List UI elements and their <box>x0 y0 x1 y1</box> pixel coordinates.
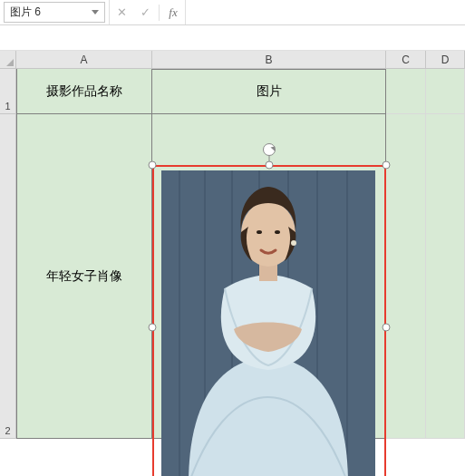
column-label: B <box>265 53 272 66</box>
column-label: D <box>441 53 450 66</box>
column-header-A[interactable]: A <box>16 51 152 69</box>
cell-D1[interactable] <box>426 69 465 114</box>
row-label: 1 <box>5 101 10 112</box>
portrait-image <box>161 170 375 476</box>
resize-handle-mr[interactable] <box>383 324 391 332</box>
cell-B1[interactable]: 图片 <box>152 69 386 114</box>
column-label: A <box>80 53 87 66</box>
cell-value: 图片 <box>257 83 282 100</box>
cell-C2[interactable] <box>386 114 426 439</box>
column-header-D[interactable]: D <box>426 51 465 69</box>
row-headers: 1 2 <box>0 69 16 439</box>
svg-point-10 <box>257 230 262 234</box>
cancel-button[interactable]: ✕ <box>110 0 133 24</box>
name-box[interactable]: 图片 6 <box>4 2 105 23</box>
enter-button[interactable]: ✓ <box>133 0 157 24</box>
name-box-value: 图片 6 <box>10 5 41 20</box>
resize-handle-tm[interactable] <box>266 161 274 170</box>
separator <box>159 5 160 21</box>
row-header-2[interactable]: 2 <box>0 114 16 439</box>
formula-input[interactable] <box>185 0 465 24</box>
insert-function-button[interactable]: fx <box>161 0 185 24</box>
cell-A1[interactable]: 摄影作品名称 <box>16 69 152 114</box>
resize-handle-tl[interactable] <box>149 161 157 170</box>
column-headers: A B C D <box>0 51 465 69</box>
chevron-down-icon[interactable] <box>92 10 99 15</box>
picture-object[interactable] <box>152 165 386 476</box>
spreadsheet-grid: A B C D 1 2 摄影作品名称 图片 年轻女子肖像 <box>0 51 465 475</box>
fx-icon: fx <box>169 5 177 20</box>
row-header-1[interactable]: 1 <box>0 69 16 114</box>
resize-handle-tr[interactable] <box>383 161 391 170</box>
cell-C1[interactable] <box>386 69 426 114</box>
cell-A2[interactable]: 年轻女子肖像 <box>16 114 152 439</box>
row-label: 2 <box>5 425 10 436</box>
column-header-B[interactable]: B <box>152 51 386 69</box>
cell-value: 摄影作品名称 <box>46 83 122 100</box>
table-row: 摄影作品名称 图片 <box>16 69 465 114</box>
cell-value: 年轻女子肖像 <box>46 268 122 285</box>
rotation-handle-icon[interactable] <box>263 143 276 156</box>
ribbon-spacer <box>0 25 465 51</box>
column-label: C <box>402 53 410 66</box>
svg-point-12 <box>291 240 296 246</box>
column-header-C[interactable]: C <box>386 51 426 69</box>
select-all-corner[interactable] <box>0 51 16 69</box>
svg-point-11 <box>275 230 280 234</box>
close-icon: ✕ <box>117 5 127 19</box>
formula-bar: 图片 6 ✕ ✓ fx <box>0 0 465 25</box>
cell-D2[interactable] <box>426 114 465 439</box>
formula-bar-buttons: ✕ ✓ fx <box>109 0 185 24</box>
resize-handle-ml[interactable] <box>149 324 157 332</box>
check-icon: ✓ <box>140 5 150 19</box>
